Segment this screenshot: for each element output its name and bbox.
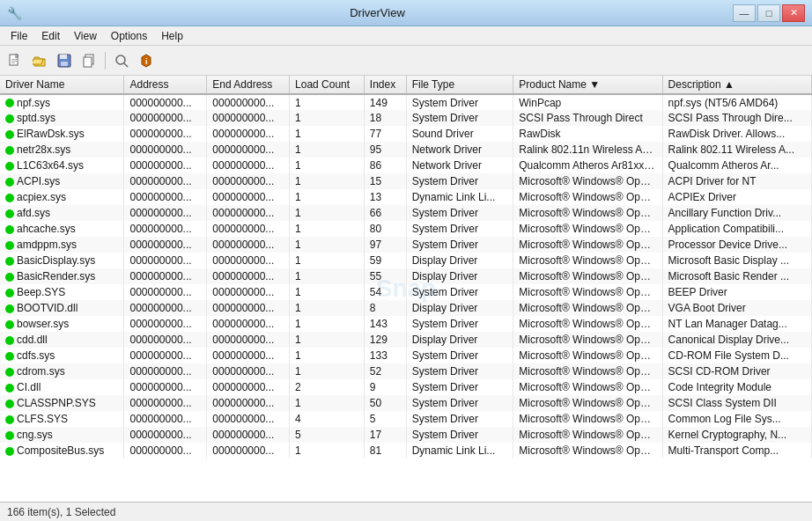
cell-driver-name: Beep.SYS (0, 284, 124, 300)
cell-product: Microsoft® Windows® Oper... (513, 189, 662, 205)
cell-address: 000000000... (124, 348, 207, 363)
cell-file-type: Network Driver (406, 142, 513, 158)
svg-rect-2 (11, 61, 17, 62)
cell-description: Multi-Transport Comp... (662, 443, 811, 459)
cell-load-count: 2 (290, 379, 365, 395)
table-row[interactable]: sptd.sys 000000000... 000000000... 1 18 … (0, 110, 812, 126)
cell-end-address: 000000000... (207, 395, 290, 411)
toolbar: i (0, 46, 812, 76)
menu-file[interactable]: File (4, 28, 34, 44)
cell-address: 000000000... (124, 158, 207, 173)
cell-end-address: 000000000... (207, 110, 290, 126)
col-driver-name[interactable]: Driver Name (0, 76, 124, 94)
cell-end-address: 000000000... (207, 316, 290, 332)
status-text: 166 item(s), 1 Selected (7, 506, 115, 518)
table-row[interactable]: BasicDisplay.sys 000000000... 000000000.… (0, 253, 812, 268)
table-row[interactable]: netr28x.sys 000000000... 000000000... 1 … (0, 142, 812, 158)
table-row[interactable]: CLFS.SYS 000000000... 000000000... 4 5 S… (0, 411, 812, 427)
cell-end-address: 000000000... (207, 443, 290, 459)
cell-index: 5 (364, 411, 406, 427)
table-row[interactable]: ElRawDsk.sys 000000000... 000000000... 1… (0, 126, 812, 142)
table-row[interactable]: afd.sys 000000000... 000000000... 1 66 S… (0, 205, 812, 221)
table-row[interactable]: cdd.dll 000000000... 000000000... 1 129 … (0, 332, 812, 348)
minimize-button[interactable]: — (733, 4, 756, 22)
cell-product: Microsoft® Windows® Oper... (513, 237, 662, 253)
table-row[interactable]: bowser.sys 000000000... 000000000... 1 1… (0, 316, 812, 332)
cell-end-address: 000000000... (207, 427, 290, 443)
cell-file-type: Sound Driver (406, 126, 513, 142)
cell-description: RawDisk Driver. Allows... (662, 126, 811, 142)
toolbar-save[interactable] (53, 49, 76, 72)
col-product-name[interactable]: Product Name ▼ (513, 76, 662, 94)
cell-address: 000000000... (124, 395, 207, 411)
cell-address: 000000000... (124, 189, 207, 205)
menu-options[interactable]: Options (104, 28, 154, 44)
table-row[interactable]: ahcache.sys 000000000... 000000000... 1 … (0, 221, 812, 237)
cell-index: 13 (364, 189, 406, 205)
cell-address: 000000000... (124, 253, 207, 268)
table-row[interactable]: acpiex.sys 000000000... 000000000... 1 1… (0, 189, 812, 205)
menu-bar: File Edit View Options Help (0, 26, 812, 46)
table-row[interactable]: cdfs.sys 000000000... 000000000... 1 133… (0, 348, 812, 363)
cell-index: 133 (364, 348, 406, 363)
cell-description: Ralink 802.11 Wireless A... (662, 142, 811, 158)
table-row[interactable]: BOOTVID.dll 000000000... 000000000... 1 … (0, 300, 812, 316)
col-load-count[interactable]: Load Count (290, 76, 365, 94)
table-row[interactable]: L1C63x64.sys 000000000... 000000000... 1… (0, 158, 812, 173)
table-row[interactable]: CLASSPNP.SYS 000000000... 000000000... 1… (0, 395, 812, 411)
col-description[interactable]: Description ▲ (662, 76, 811, 94)
table-row[interactable]: CI.dll 000000000... 000000000... 2 9 Sys… (0, 379, 812, 395)
table-row[interactable]: npf.sys 000000000... 000000000... 1 149 … (0, 94, 812, 110)
cell-description: SCSI CD-ROM Driver (662, 363, 811, 379)
svg-point-9 (116, 55, 125, 64)
toolbar-open[interactable] (28, 49, 51, 72)
col-file-type[interactable]: File Type (406, 76, 513, 94)
cell-index: 15 (364, 173, 406, 189)
table-row[interactable]: cdrom.sys 000000000... 000000000... 1 52… (0, 363, 812, 379)
table-row[interactable]: CompositeBus.sys 000000000... 000000000.… (0, 443, 812, 459)
menu-edit[interactable]: Edit (34, 28, 67, 44)
svg-text:i: i (145, 57, 148, 66)
table-row[interactable]: amdppm.sys 000000000... 000000000... 1 9… (0, 237, 812, 253)
cell-description: Qualcomm Atheros Ar... (662, 158, 811, 173)
cell-load-count: 4 (290, 411, 365, 427)
cell-file-type: System Driver (406, 221, 513, 237)
maximize-button[interactable]: □ (757, 4, 780, 22)
menu-help[interactable]: Help (154, 28, 190, 44)
cell-index: 86 (364, 158, 406, 173)
cell-load-count: 1 (290, 173, 365, 189)
cell-load-count: 1 (290, 221, 365, 237)
cell-file-type: Dynamic Link Li... (406, 443, 513, 459)
col-address[interactable]: Address (124, 76, 207, 94)
toolbar-info[interactable]: i (135, 49, 158, 72)
app-icon: 🔧 (7, 6, 22, 20)
table-container[interactable]: Snap Driver Name Address End Address Loa… (0, 76, 812, 502)
menu-view[interactable]: View (67, 28, 104, 44)
cell-end-address: 000000000... (207, 221, 290, 237)
svg-rect-6 (61, 62, 68, 66)
cell-description: Microsoft Basic Display ... (662, 253, 811, 268)
cell-description: Code Integrity Module (662, 379, 811, 395)
col-end-address[interactable]: End Address (207, 76, 290, 94)
cell-index: 52 (364, 363, 406, 379)
cell-end-address: 000000000... (207, 126, 290, 142)
cell-end-address: 000000000... (207, 300, 290, 316)
cell-index: 97 (364, 237, 406, 253)
toolbar-new[interactable] (4, 49, 26, 72)
toolbar-copy[interactable] (78, 49, 100, 72)
main-area: Snap Driver Name Address End Address Loa… (0, 76, 812, 502)
cell-product: Microsoft® Windows® Oper... (513, 221, 662, 237)
toolbar-find[interactable] (110, 49, 133, 72)
table-row[interactable]: ACPI.sys 000000000... 000000000... 1 15 … (0, 173, 812, 189)
col-index[interactable]: Index (364, 76, 406, 94)
cell-product: Microsoft® Windows® Oper... (513, 395, 662, 411)
close-button[interactable]: ✕ (782, 4, 805, 22)
table-row[interactable]: BasicRender.sys 000000000... 000000000..… (0, 268, 812, 284)
cell-file-type: System Driver (406, 316, 513, 332)
table-row[interactable]: cng.sys 000000000... 000000000... 5 17 S… (0, 427, 812, 443)
table-row[interactable]: Beep.SYS 000000000... 000000000... 1 54 … (0, 284, 812, 300)
cell-index: 149 (364, 94, 406, 110)
cell-driver-name: ahcache.sys (0, 221, 124, 237)
cell-load-count: 1 (290, 284, 365, 300)
cell-load-count: 1 (290, 126, 365, 142)
